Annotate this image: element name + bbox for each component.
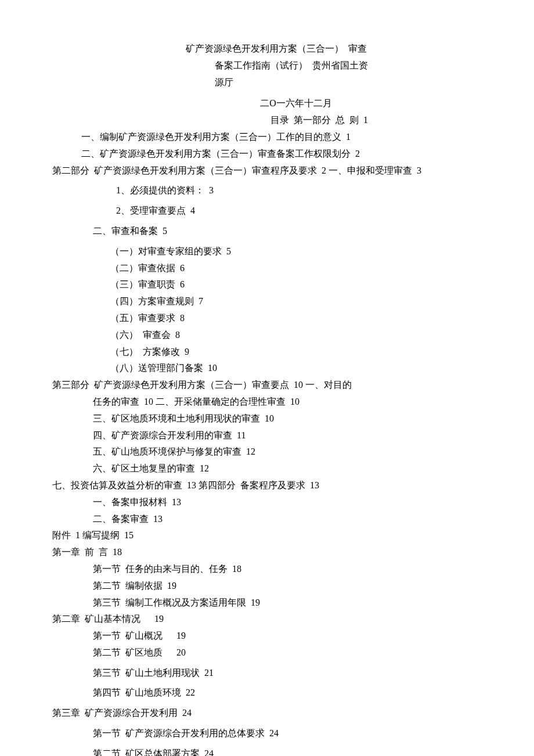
toc-line: 六、矿区土地复垦的审查 12	[52, 460, 482, 477]
toc-line: 第四节 矿山地质环境 22	[52, 685, 482, 701]
toc-header: 目录 第一部分 总 则 1	[52, 112, 482, 129]
toc-line: 二、备案审查 13	[52, 511, 482, 528]
toc-line: 2、受理审查要点 4	[52, 203, 482, 219]
toc-line: 七、投资估算及效益分析的审查 13 第四部分 备案程序及要求 13	[52, 477, 482, 494]
document-title: 矿产资源绿色开发利用方案（三合一） 审查 备案工作指南（试行） 贵州省国土资 源…	[52, 41, 482, 91]
toc-line: 第二章 矿山基本情况 19	[52, 611, 482, 628]
toc-line: 第二节 矿区地质 20	[52, 645, 482, 661]
toc-line: 一、编制矿产资源绿色开发利用方案（三合一）工作的目的意义 1	[52, 129, 482, 146]
toc-line: （三）审查职责 6	[52, 276, 482, 293]
toc-line: 1、必须提供的资料： 3	[52, 182, 482, 199]
toc-body: 一、编制矿产资源绿色开发利用方案（三合一）工作的目的意义 1二、矿产资源绿色开发…	[52, 129, 482, 756]
toc-line: （七） 方案修改 9	[52, 344, 482, 361]
toc-line: 三、矿区地质环境和土地利用现状的审查 10	[52, 411, 482, 427]
title-line-2: 备案工作指南（试行） 贵州省国土资	[99, 57, 482, 74]
toc-line: 第一节 矿产资源综合开发利用的总体要求 24	[52, 725, 482, 742]
toc-line: （八）送管理部门备案 10	[52, 360, 482, 377]
title-line-3: 源厅	[99, 74, 482, 91]
toc-line: 二、矿产资源绿色开发利用方案（三合一）审查备案工作权限划分 2	[52, 146, 482, 163]
toc-line: 第二部分 矿产资源绿色开发利用方案（三合一）审查程序及要求 2 一、申报和受理审…	[52, 163, 482, 179]
toc-line: （一）对审查专家组的要求 5	[52, 243, 482, 260]
toc-line: 第一节 矿山概况 19	[52, 628, 482, 645]
toc-line: 二、审查和备案 5	[52, 223, 482, 240]
toc-line: 第二节 矿区总体部署方案 24	[52, 746, 482, 756]
toc-line: 第三节 矿山土地利用现状 21	[52, 665, 482, 682]
toc-line: 第二节 编制依据 19	[52, 578, 482, 595]
toc-line: 第三章 矿产资源综合开发利用 24	[52, 705, 482, 722]
toc-line: （六） 审查会 8	[52, 327, 482, 344]
toc-line: 第三部分 矿产资源绿色开发利用方案（三合一）审查要点 10 一、对目的	[52, 377, 482, 394]
toc-line: 五、矿山地质环境保护与修复的审查 12	[52, 444, 482, 460]
title-line-1: 矿产资源绿色开发利用方案（三合一） 审查	[99, 41, 482, 57]
document-date: 二O一六年十二月	[52, 95, 482, 112]
toc-line: 第三节 编制工作概况及方案适用年限 19	[52, 595, 482, 611]
toc-line: 一、备案申报材料 13	[52, 494, 482, 511]
toc-line: 第一章 前 言 18	[52, 544, 482, 561]
toc-line: 四、矿产资源综合开发利用的审查 11	[52, 427, 482, 444]
toc-line: 附件 1 编写提纲 15	[52, 527, 482, 544]
toc-line: （二）审查依据 6	[52, 260, 482, 277]
toc-line: 第一节 任务的由来与目的、任务 18	[52, 561, 482, 578]
toc-line: 任务的审查 10 二、开采储量确定的合理性审查 10	[52, 394, 482, 411]
toc-line: （五）审查要求 8	[52, 310, 482, 327]
toc-line: （四）方案审查规则 7	[52, 293, 482, 310]
